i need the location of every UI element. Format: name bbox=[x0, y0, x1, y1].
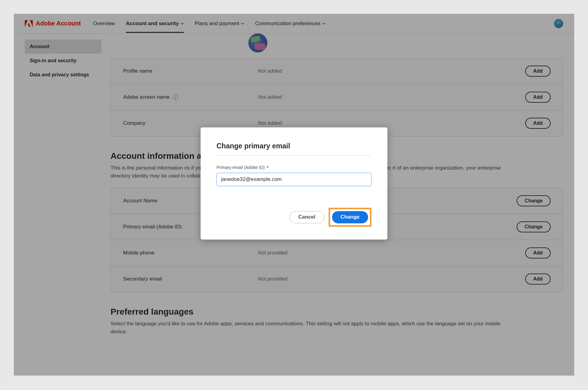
required-asterisk-icon: * bbox=[266, 165, 269, 171]
primary-email-input[interactable] bbox=[217, 173, 371, 186]
cancel-button[interactable]: Cancel bbox=[289, 211, 324, 223]
field-label-text: Primary email (Adobe ID) bbox=[217, 165, 265, 170]
email-field-label: Primary email (Adobe ID) * bbox=[217, 165, 371, 170]
highlight-annotation: Change bbox=[329, 208, 371, 227]
modal-title: Change primary email bbox=[217, 142, 371, 155]
change-email-modal: Change primary email Primary email (Adob… bbox=[201, 127, 387, 239]
change-button[interactable]: Change bbox=[332, 211, 368, 223]
modal-actions: Cancel Change bbox=[217, 208, 371, 227]
